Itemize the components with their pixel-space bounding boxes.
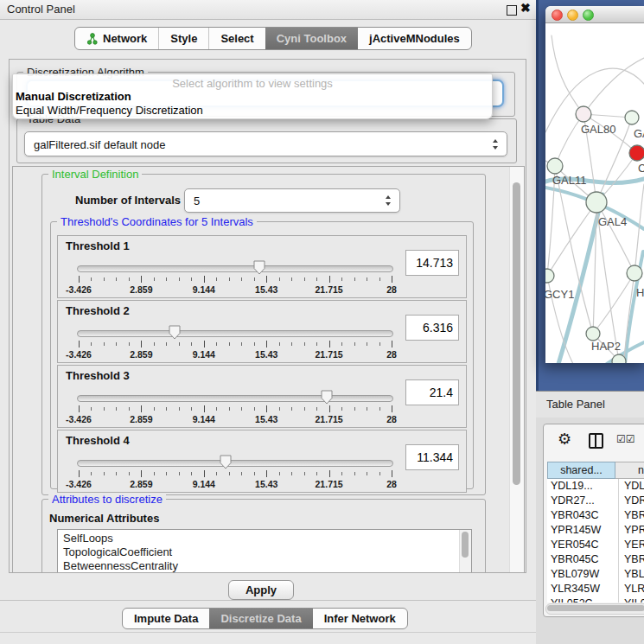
control-panel-titlebar: Control Panel ✖ <box>0 0 536 20</box>
attribute-list[interactable]: SelfLoopsTopologicalCoefficientBetweenne… <box>57 529 472 573</box>
table-row[interactable]: YIL052CYIL0 <box>547 596 644 603</box>
network-node[interactable] <box>547 158 563 174</box>
separator-line <box>0 600 536 601</box>
table-row[interactable]: YPR145WYPR1 <box>547 523 644 538</box>
tab-select[interactable]: Select <box>208 28 265 49</box>
slider-scale: -3.4262.8599.14415.4321.71528 <box>79 284 392 295</box>
combo-spinner-icon <box>493 139 499 150</box>
threshold-panels: Threshold 1 -3.4262.8599.14415.4321.7152… <box>57 235 467 494</box>
tab-style[interactable]: Style <box>158 28 208 49</box>
network-edge <box>552 35 583 114</box>
threshold-4-value-field[interactable]: 11.344 <box>405 444 459 470</box>
threshold-1-value-field[interactable]: 14.713 <box>405 250 459 276</box>
network-window-titlebar[interactable] <box>545 6 644 23</box>
threshold-4-label: Threshold 4 <box>66 434 130 447</box>
table-row[interactable]: YBR045CYBR0 <box>547 552 644 567</box>
settings-scrollbar[interactable] <box>509 167 524 572</box>
tick-label: -3.426 <box>66 479 92 489</box>
gear-icon[interactable]: ⚙ <box>558 430 571 449</box>
tab-discretize-data[interactable]: Discretize Data <box>209 609 312 628</box>
algorithm-hint-option[interactable]: Select algorithm to view settings <box>13 77 492 90</box>
tab-network[interactable]: Network <box>75 28 158 49</box>
network-node-label: H <box>636 286 644 299</box>
slider-handle[interactable] <box>220 455 232 469</box>
table-row[interactable]: YBR043CYBR0 <box>547 508 644 523</box>
table-header-row: shared... n <box>547 462 644 479</box>
slider-track[interactable] <box>77 395 393 402</box>
thresholds-group: Threshold's Coordinates for 5 Intervals … <box>50 221 474 489</box>
slider-track[interactable] <box>77 330 393 337</box>
close-icon[interactable]: ✖ <box>520 1 531 15</box>
network-node[interactable] <box>586 192 607 213</box>
slider-handle[interactable] <box>169 325 181 340</box>
tick-label: 15.43 <box>255 349 277 360</box>
threshold-1-slider[interactable]: -3.4262.8599.14415.4321.71528 <box>77 265 393 295</box>
number-of-intervals-combobox[interactable]: 5 <box>184 188 400 213</box>
option-manual-discretization[interactable]: Manual Discretization <box>16 90 131 103</box>
separator-line <box>0 632 536 633</box>
scrollbar-thumb[interactable] <box>462 532 469 558</box>
select-columns-icon[interactable]: ☑☑ <box>616 433 635 445</box>
apply-button[interactable]: Apply <box>228 580 294 600</box>
slider-handle[interactable] <box>321 390 333 405</box>
scrollbar-thumb[interactable] <box>513 182 520 485</box>
threshold-2-value-field[interactable]: 6.316 <box>405 315 459 341</box>
float-window-icon[interactable] <box>507 5 517 16</box>
threshold-4-slider[interactable]: -3.4262.8599.14415.4321.71528 <box>77 460 393 489</box>
tab-impute-data[interactable]: Impute Data <box>123 609 209 628</box>
tick-label: 21.715 <box>316 284 343 295</box>
network-node[interactable] <box>627 265 642 281</box>
attribute-item[interactable]: TopologicalCoefficient <box>63 545 457 559</box>
slider-track[interactable] <box>77 460 393 467</box>
table-data-combobox[interactable]: galFiltered.sif default node <box>24 131 507 156</box>
slider-ticks <box>79 341 392 348</box>
minimize-traffic-light-icon[interactable] <box>567 10 578 21</box>
slider-scale: -3.4262.8599.14415.4321.71528 <box>79 479 392 489</box>
attribute-item[interactable]: SelfLoops <box>63 532 457 545</box>
network-node[interactable] <box>629 145 644 161</box>
attribute-list-scrollbar[interactable] <box>459 530 471 573</box>
network-node-label: GAL80 <box>581 123 615 136</box>
threshold-3-label: Threshold 3 <box>66 369 130 382</box>
threshold-3-slider[interactable]: -3.4262.8599.14415.4321.71528 <box>77 395 393 424</box>
table-row[interactable]: YBL079WYBL0 <box>547 567 644 582</box>
network-node[interactable] <box>625 111 639 124</box>
table-row[interactable]: YLR345WYLR3 <box>547 582 644 596</box>
panel-title: Control Panel <box>7 3 75 16</box>
table-row[interactable]: YER054CYER0 <box>547 538 644 552</box>
table-panel-title: Table Panel <box>546 398 605 411</box>
tick-label: 9.144 <box>193 349 215 360</box>
network-edge <box>547 202 596 276</box>
slider-handle[interactable] <box>253 260 265 275</box>
threshold-3-value-field[interactable]: 21.4 <box>405 379 459 405</box>
zoom-traffic-light-icon[interactable] <box>583 10 594 21</box>
attributes-group: Attributes to discretize Numerical Attri… <box>41 499 486 573</box>
tick-label: 21.715 <box>316 479 343 489</box>
network-node[interactable] <box>586 327 600 341</box>
threshold-2-slider[interactable]: -3.4262.8599.14415.4321.71528 <box>77 330 393 360</box>
attribute-item[interactable]: BetweennessCentrality <box>63 559 457 573</box>
option-equal-width-frequency[interactable]: Equal Width/Frequency Discretization <box>16 104 203 117</box>
tick-label: 15.43 <box>255 479 277 489</box>
network-canvas[interactable]: GAL80GAGAL11CGAL4GCY1HHAP2 <box>545 23 644 363</box>
column-header-shared-name[interactable]: shared... <box>547 462 615 479</box>
network-node[interactable] <box>612 354 626 363</box>
table-row[interactable]: YDL19...YDL1 <box>547 479 644 494</box>
split-columns-icon[interactable] <box>589 433 603 449</box>
table-horizontal-scrollbar[interactable] <box>545 603 644 615</box>
table-data-group: Table Data galFiltered.sif default node <box>16 118 517 163</box>
tab-infer-network[interactable]: Infer Network <box>313 609 407 628</box>
table-row[interactable]: YDR27...YDR2 <box>547 494 644 508</box>
column-header-name[interactable]: n <box>615 462 644 479</box>
scrollbar-thumb[interactable] <box>547 605 644 611</box>
tick-label: 2.859 <box>130 479 152 489</box>
tab-cyni-toolbox[interactable]: Cyni Toolbox <box>265 28 358 49</box>
network-node[interactable] <box>576 106 591 122</box>
slider-track[interactable] <box>77 265 393 272</box>
tick-label: 15.43 <box>255 284 277 295</box>
attributes-group-title: Attributes to discretize <box>48 493 166 506</box>
tab-jactivemnodules[interactable]: jActiveMNodules <box>358 28 471 49</box>
close-traffic-light-icon[interactable] <box>552 10 563 21</box>
network-node[interactable] <box>545 269 554 283</box>
table-data-value: galFiltered.sif default node <box>34 137 165 150</box>
